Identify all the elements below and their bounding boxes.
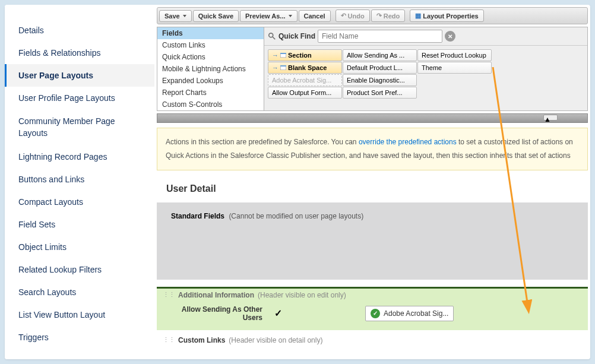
sidebar-item-fields-relationships[interactable]: Fields & Relationships bbox=[5, 42, 154, 64]
undo-button[interactable]: ↶Undo bbox=[336, 10, 370, 22]
custom-links-title: Custom Links bbox=[178, 336, 225, 344]
palette-field[interactable]: →Blank Space bbox=[268, 62, 342, 74]
palette-category-custom-links[interactable]: Custom Links bbox=[157, 39, 264, 51]
palette-category-report-charts[interactable]: Report Charts bbox=[157, 87, 264, 99]
palette-category-mobile-lightning-actions[interactable]: Mobile & Lightning Actions bbox=[157, 63, 264, 75]
sidebar-item-compact-layouts[interactable]: Compact Layouts bbox=[5, 191, 154, 213]
sidebar-item-details[interactable]: Details bbox=[5, 19, 154, 42]
sidebar-item-list-view-button-layout[interactable]: List View Button Layout bbox=[5, 303, 154, 326]
sidebar-item-buttons-and-links[interactable]: Buttons and Links bbox=[5, 168, 154, 191]
section-icon: → bbox=[272, 64, 278, 71]
search-icon bbox=[268, 32, 276, 40]
svg-point-0 bbox=[269, 33, 273, 37]
svg-rect-3 bbox=[280, 53, 286, 54]
palette-field[interactable]: Product Sort Pref... bbox=[343, 87, 417, 99]
redo-button[interactable]: ↷Redo bbox=[371, 10, 406, 22]
drop-target-label: Adobe Acrobat Sig... bbox=[384, 309, 448, 318]
main-content: Save Quick Save Preview As... Cancel ↶Un… bbox=[154, 5, 590, 359]
clear-search-icon[interactable]: ✕ bbox=[445, 31, 455, 42]
palette-field[interactable]: Enable Diagnostic... bbox=[343, 74, 417, 86]
ok-icon: ✓ bbox=[371, 309, 380, 318]
redo-icon: ↷ bbox=[376, 12, 382, 20]
sidebar-item-lightning-record-pages[interactable]: Lightning Record Pages bbox=[5, 145, 154, 168]
palette-category-fields[interactable]: Fields bbox=[157, 27, 264, 39]
quick-find-label: Quick Find bbox=[278, 32, 315, 40]
standard-fields-section: Standard Fields (Cannot be modified on u… bbox=[157, 202, 588, 280]
preview-as-button[interactable]: Preview As... bbox=[240, 10, 297, 22]
allow-sending-label: Allow Sending As Other Users bbox=[167, 305, 262, 322]
section-icon: → bbox=[272, 52, 278, 59]
user-detail-heading: User Detail bbox=[154, 175, 590, 202]
predefined-actions-notice: Actions in this section are predefined b… bbox=[157, 128, 588, 170]
layout-toolbar: Save Quick Save Preview As... Cancel ↶Un… bbox=[157, 7, 588, 24]
palette-field[interactable]: Theme bbox=[417, 62, 492, 74]
svg-rect-5 bbox=[280, 65, 286, 67]
palette-field[interactable]: Allow Sending As ... bbox=[343, 49, 417, 61]
custom-links-section: ⋮⋮ Custom Links (Header visible on detai… bbox=[157, 334, 588, 347]
svg-line-1 bbox=[273, 37, 275, 39]
field-drop-target[interactable]: ✓ Adobe Acrobat Sig... bbox=[365, 306, 454, 321]
sidebar-item-search-layouts[interactable]: Search Layouts bbox=[5, 281, 154, 303]
save-button[interactable]: Save bbox=[159, 10, 192, 22]
palette-field[interactable]: Reset Product Lookup bbox=[417, 49, 492, 61]
cancel-button[interactable]: Cancel bbox=[299, 10, 331, 22]
sidebar-item-community-member-page-layouts[interactable]: Community Member Page Layouts bbox=[5, 109, 154, 145]
additional-information-section: ⋮⋮ Additional Information (Header visibl… bbox=[157, 287, 588, 330]
standard-fields-note: (Cannot be modified on user page layouts… bbox=[229, 212, 363, 220]
field-grid: →SectionAllow Sending As ...Reset Produc… bbox=[264, 46, 587, 102]
palette-field[interactable]: →Section bbox=[268, 49, 342, 61]
sidebar-item-field-sets[interactable]: Field Sets bbox=[5, 213, 154, 236]
grip-icon[interactable]: ⋮⋮ bbox=[163, 336, 175, 344]
check-icon: ✓ bbox=[274, 308, 282, 319]
undo-icon: ↶ bbox=[341, 12, 346, 20]
override-actions-link[interactable]: override the predefined actions bbox=[359, 138, 457, 146]
sidebar: DetailsFields & RelationshipsUser Page L… bbox=[5, 5, 154, 359]
additional-info-title: Additional Information bbox=[178, 291, 254, 299]
layout-icon: ▦ bbox=[415, 12, 421, 20]
palette-category-quick-actions[interactable]: Quick Actions bbox=[157, 51, 264, 63]
sidebar-item-user-profile-page-layouts[interactable]: User Profile Page Layouts bbox=[5, 87, 154, 109]
grip-icon[interactable]: ⋮⋮ bbox=[163, 291, 175, 299]
palette-category-custom-s-controls[interactable]: Custom S-Controls bbox=[157, 99, 264, 110]
additional-info-note: (Header visible on edit only) bbox=[258, 291, 346, 299]
custom-links-note: (Header visible on detail only) bbox=[229, 336, 322, 344]
minimap-scrollbar[interactable]: ▲ bbox=[157, 113, 588, 123]
sidebar-item-user-page-layouts[interactable]: User Page Layouts bbox=[5, 64, 154, 87]
quick-find-bar: Quick Find ✕ bbox=[264, 27, 587, 46]
palette-category-expanded-lookups[interactable]: Expanded Lookups bbox=[157, 75, 264, 87]
sidebar-item-object-limits[interactable]: Object Limits bbox=[5, 236, 154, 258]
standard-fields-header: Standard Fields bbox=[171, 212, 224, 220]
palette-field[interactable]: Default Product L... bbox=[343, 62, 417, 74]
palette-field[interactable]: Allow Output Form... bbox=[268, 87, 342, 99]
sidebar-item-triggers[interactable]: Triggers bbox=[5, 326, 154, 349]
field-palette: FieldsCustom LinksQuick ActionsMobile & … bbox=[157, 27, 588, 111]
quick-find-input[interactable] bbox=[318, 30, 442, 43]
quick-save-button[interactable]: Quick Save bbox=[193, 10, 239, 22]
layout-properties-button[interactable]: ▦Layout Properties bbox=[410, 10, 484, 22]
palette-field[interactable]: Adobe Acrobat Sig... bbox=[268, 74, 342, 86]
sidebar-item-related-lookup-filters[interactable]: Related Lookup Filters bbox=[5, 258, 154, 281]
palette-categories: FieldsCustom LinksQuick ActionsMobile & … bbox=[157, 27, 264, 110]
minimap-handle[interactable]: ▲ bbox=[543, 115, 558, 121]
